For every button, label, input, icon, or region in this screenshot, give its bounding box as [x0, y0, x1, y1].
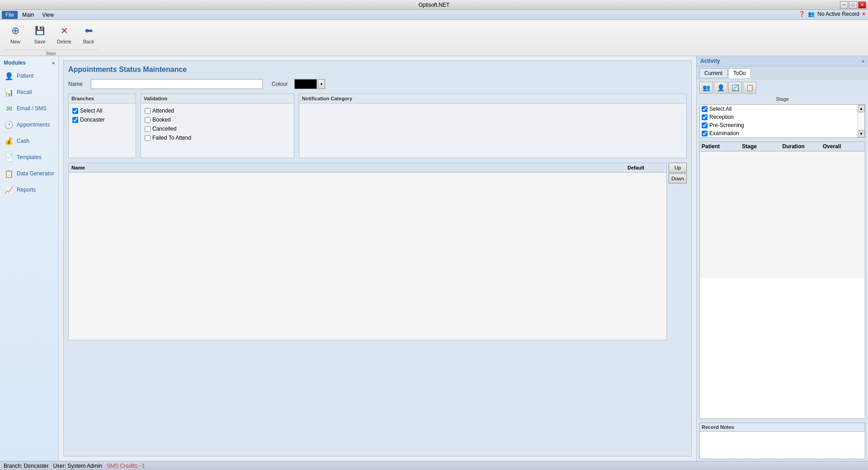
delete-label: Delete — [57, 39, 71, 44]
sidebar-header: Modules « — [0, 58, 58, 68]
activity-icon-group[interactable]: 👥 — [699, 82, 713, 94]
sidebar-label-appointments: Appointments — [17, 122, 50, 128]
patient-icon: 👤 — [4, 71, 14, 81]
tab-todo[interactable]: ToDo — [728, 68, 751, 78]
toolbar: ⊕ New 💾 Save ✕ Delete ⬅ Back Main — [0, 20, 868, 56]
stage-prescreening-checkbox[interactable] — [702, 122, 708, 128]
data-generator-icon: 📋 — [4, 169, 14, 179]
stage-select-all-checkbox[interactable] — [702, 106, 708, 112]
branches-title: Branches — [69, 94, 136, 103]
colour-picker: ▼ — [294, 79, 325, 89]
up-button[interactable]: Up — [669, 163, 687, 173]
close-record-btn[interactable]: × — [862, 11, 865, 17]
back-button[interactable]: ⬅ Back — [77, 20, 100, 49]
sidebar-item-reports[interactable]: 📈 Reports — [0, 182, 58, 198]
delete-button[interactable]: ✕ Delete — [52, 20, 76, 49]
colour-box[interactable] — [294, 79, 317, 89]
title-bar: Optisoft.NET ─ □ ✕ — [0, 0, 868, 10]
colour-label: Colour — [272, 81, 290, 87]
validation-attended-checkbox[interactable] — [145, 108, 151, 114]
sidebar-item-appointments[interactable]: 🕐 Appointments — [0, 117, 58, 133]
validation-title: Validation — [141, 94, 294, 103]
adt-col-patient: Patient — [702, 143, 742, 150]
menu-file[interactable]: File — [2, 11, 18, 19]
validation-booked-label: Booked — [152, 117, 171, 123]
appointments-icon: 🕐 — [4, 120, 14, 130]
sidebar-collapse-icon[interactable]: « — [52, 60, 55, 66]
form-title: Appointments Status Maintenance — [68, 66, 687, 74]
stage-scrollbar[interactable]: ▲ ▼ — [858, 105, 865, 137]
sidebar: Modules « 👤 Patient 📊 Recall ✉ Email / S… — [0, 56, 59, 461]
colour-dropdown-btn[interactable]: ▼ — [318, 79, 325, 89]
top-right-bar: ❓ 👥 No Active Record × — [798, 11, 865, 17]
branches-doncaster-checkbox[interactable] — [72, 117, 78, 123]
record-notes-title: Record Notes — [700, 423, 865, 432]
activity-table-body — [700, 151, 865, 278]
up-down-buttons: Up Down — [669, 163, 687, 340]
reports-icon: 📈 — [4, 185, 14, 195]
sidebar-label-recall: Recall — [17, 89, 32, 95]
activity-icon-refresh[interactable]: 🔄 — [728, 82, 742, 94]
tab-current[interactable]: Current — [699, 68, 727, 78]
stage-examination-label: Examination — [709, 130, 739, 136]
table-col-default: Default — [627, 165, 664, 170]
toolbar-group-label: Main — [4, 50, 99, 56]
sidebar-item-data-generator[interactable]: 📋 Data Generator — [0, 165, 58, 182]
branches-select-all-checkbox[interactable] — [72, 108, 78, 114]
delete-icon: ✕ — [58, 24, 71, 37]
activity-expand-icon[interactable]: » — [862, 58, 864, 64]
close-button[interactable]: ✕ — [858, 1, 866, 9]
save-button[interactable]: 💾 Save — [28, 20, 52, 49]
minimize-button[interactable]: ─ — [840, 1, 848, 9]
status-branch: Branch: Doncaster — [4, 463, 48, 469]
down-button[interactable]: Down — [669, 174, 687, 183]
activity-icon-clipboard[interactable]: 📋 — [743, 82, 756, 94]
recall-icon: 📊 — [4, 87, 14, 97]
stage-examination-row: Examination — [700, 129, 858, 137]
activity-table-header: Patient Stage Duration Overall — [700, 142, 865, 151]
sidebar-item-patient[interactable]: 👤 Patient — [0, 68, 58, 84]
new-button[interactable]: ⊕ New — [4, 20, 27, 49]
stage-scroll-track[interactable] — [858, 112, 865, 130]
menu-bar: File Main View ❓ 👥 No Active Record × — [0, 10, 868, 20]
name-input[interactable] — [91, 79, 263, 89]
stage-reception-checkbox[interactable] — [702, 114, 708, 120]
notification-title: Notification Category — [299, 94, 686, 103]
stage-select-all-row: Select All — [700, 105, 858, 113]
menu-view[interactable]: View — [38, 11, 57, 19]
activity-icon-person[interactable]: 👤 — [714, 82, 727, 94]
record-notes: Record Notes — [699, 423, 865, 459]
stage-examination-checkbox[interactable] — [702, 131, 708, 136]
status-sms-credits: SMS Credits: -1 — [107, 463, 145, 469]
menu-main[interactable]: Main — [19, 11, 38, 19]
data-table: Name Default — [68, 163, 667, 340]
validation-booked-checkbox[interactable] — [145, 117, 151, 123]
sidebar-item-email-sms[interactable]: ✉ Email / SMS — [0, 100, 58, 117]
validation-content: Attended Booked Cancelled Failed To — [141, 103, 294, 158]
stage-scroll-up[interactable]: ▲ — [858, 105, 865, 112]
maximize-button[interactable]: □ — [849, 1, 857, 9]
sidebar-item-cash[interactable]: 💰 Cash — [0, 133, 58, 149]
branches-select-all-row: Select All — [71, 106, 133, 115]
back-icon: ⬅ — [82, 24, 95, 37]
no-active-record: No Active Record — [817, 11, 859, 17]
branches-doncaster-row: Doncaster — [71, 115, 133, 124]
sidebar-item-templates[interactable]: 📄 Templates — [0, 149, 58, 165]
help-icon[interactable]: ❓ — [798, 11, 805, 17]
sidebar-label-patient: Patient — [17, 73, 33, 79]
data-table-header: Name Default — [69, 163, 666, 173]
validation-cancelled-row: Cancelled — [144, 124, 291, 133]
email-sms-icon: ✉ — [4, 103, 14, 113]
stage-scroll-down[interactable]: ▼ — [858, 130, 865, 137]
data-table-body — [69, 173, 666, 340]
templates-icon: 📄 — [4, 152, 14, 162]
sidebar-item-recall[interactable]: 📊 Recall — [0, 84, 58, 100]
validation-cancelled-checkbox[interactable] — [145, 126, 151, 132]
branches-doncaster-label: Doncaster — [80, 117, 105, 123]
sidebar-title: Modules — [4, 60, 26, 66]
cash-icon: 💰 — [4, 136, 14, 146]
validation-failed-checkbox[interactable] — [145, 135, 151, 141]
stage-reception-row: Reception — [700, 113, 858, 121]
branches-select-all-label: Select All — [80, 108, 102, 114]
notification-box: Notification Category — [299, 94, 687, 158]
